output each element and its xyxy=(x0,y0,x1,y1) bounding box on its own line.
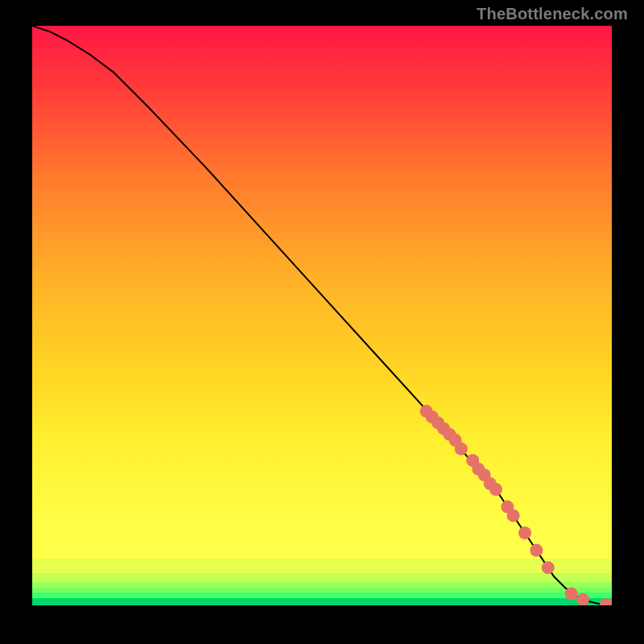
data-point xyxy=(489,483,502,496)
data-point xyxy=(542,561,555,574)
data-point xyxy=(565,588,578,601)
data-point xyxy=(455,443,468,456)
data-point xyxy=(576,593,589,605)
data-point xyxy=(507,509,520,522)
curve-line xyxy=(32,26,612,605)
attribution-text: TheBottleneck.com xyxy=(477,5,628,23)
data-dots xyxy=(420,405,612,605)
data-point xyxy=(518,526,531,539)
data-point xyxy=(530,544,543,557)
bottleneck-chart xyxy=(32,26,612,605)
chart-overlay xyxy=(32,26,612,605)
